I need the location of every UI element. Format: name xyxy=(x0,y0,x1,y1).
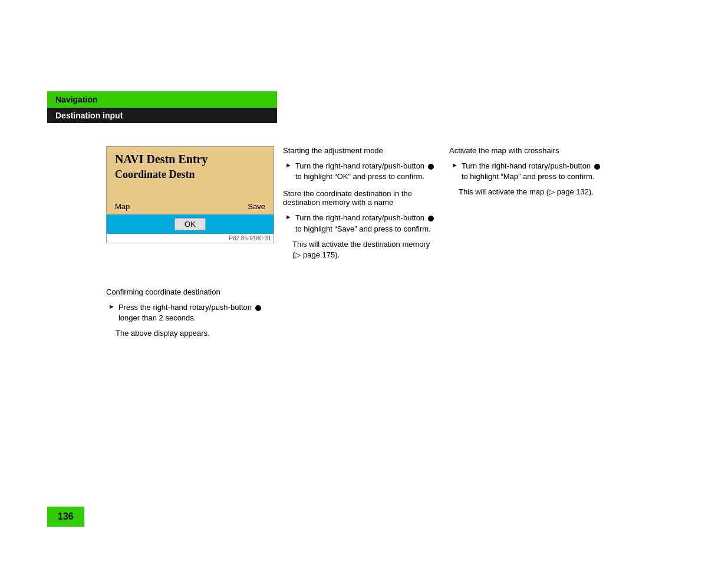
middle-sub-heading: Store the coordinate destination in the … xyxy=(283,189,439,207)
middle-step2-text: Turn the right-hand rotary/push-button t… xyxy=(295,213,439,234)
right-heading: Activate the map with crosshairs xyxy=(449,146,605,155)
left-column: Confirming coordinate destination ► Pres… xyxy=(106,287,274,339)
screen-ok-bar: OK xyxy=(107,214,274,234)
right-column: Activate the map with crosshairs ► Turn … xyxy=(449,146,605,198)
left-sub-note: The above display appears. xyxy=(116,328,274,339)
arrow-marker-mid2: ► xyxy=(285,213,292,220)
screen-bottom-bar: Map Save xyxy=(107,199,274,214)
page-container: Navigation Destination input NAVI Destn … xyxy=(0,0,728,562)
screen-title-navi: NAVI Destn Entry xyxy=(107,147,274,167)
screen-mockup: NAVI Destn Entry Coordinate Destn Map Sa… xyxy=(106,146,274,243)
page-number: 136 xyxy=(58,511,74,521)
middle-step1: ► Turn the right-hand rotary/push-button… xyxy=(283,161,439,182)
arrow-marker-mid1: ► xyxy=(285,161,292,168)
right-step1-text: Turn the right-hand rotary/push-button t… xyxy=(462,161,605,182)
left-section-heading: Confirming coordinate destination xyxy=(106,287,274,296)
left-instruction-text: Press the right-hand rotary/push-button … xyxy=(118,302,274,323)
middle-step1-text: Turn the right-hand rotary/push-button t… xyxy=(295,161,439,182)
nav-label: Navigation xyxy=(55,95,98,104)
nav-label-bar: Navigation xyxy=(47,91,277,108)
screen-save-label: Save xyxy=(248,202,265,211)
arrow-marker: ► xyxy=(108,303,115,310)
circle-icon-mid1 xyxy=(428,164,434,170)
circle-icon-right xyxy=(594,164,600,170)
right-sub-note: This will activate the map (▷ page 132). xyxy=(459,187,605,197)
middle-column: Starting the adjustment mode ► Turn the … xyxy=(283,146,439,260)
screen-ok-button: OK xyxy=(174,218,206,230)
right-step1: ► Turn the right-hand rotary/push-button… xyxy=(449,161,605,182)
screen-title-coord: Coordinate Destn xyxy=(107,167,274,199)
screen-map-label: Map xyxy=(115,202,130,211)
page-number-box: 136 xyxy=(47,507,84,527)
left-instruction-item: ► Press the right-hand rotary/push-butto… xyxy=(106,302,274,323)
circle-icon-left xyxy=(255,305,261,311)
dest-input-bar: Destination input xyxy=(47,108,277,123)
screen-caption: P82.85-9180-31 xyxy=(107,234,274,243)
middle-step2: ► Turn the right-hand rotary/push-button… xyxy=(283,213,439,234)
middle-sub-note2: This will activate the destination memor… xyxy=(292,239,439,260)
circle-icon-mid2 xyxy=(428,216,434,222)
dest-label: Destination input xyxy=(55,111,123,120)
header-section: Navigation Destination input xyxy=(47,91,277,123)
arrow-marker-right: ► xyxy=(452,161,458,168)
middle-heading: Starting the adjustment mode xyxy=(283,146,439,155)
